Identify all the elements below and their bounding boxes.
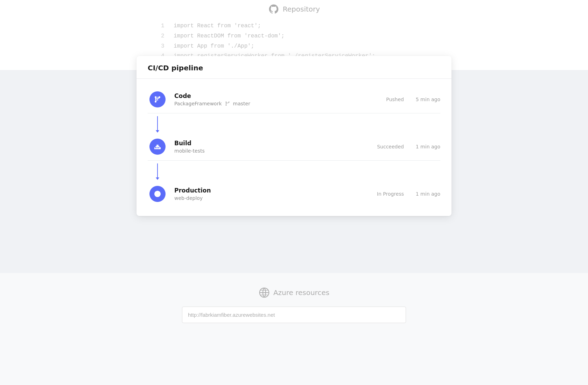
repo-header: Repository	[268, 4, 320, 15]
github-icon	[268, 4, 279, 15]
stage-status-build: Succeeded	[370, 144, 412, 149]
background-bottom: Azure resources	[0, 273, 588, 385]
stage-content-production: Production web-deploy	[167, 187, 370, 201]
azure-icon	[259, 287, 270, 298]
stage-connector-code	[148, 91, 167, 107]
stage-content-code: Code PackageFramework master	[167, 92, 370, 106]
stage-status-code: Pushed	[370, 97, 412, 102]
stage-time-build: 1 min ago	[412, 144, 440, 149]
stage-sub-production: web-deploy	[174, 195, 370, 201]
azure-label: Azure resources	[273, 288, 329, 297]
arrow-container-1	[148, 116, 167, 130]
svg-rect-17	[156, 145, 159, 146]
pipeline-header: CI/CD pipeline	[136, 56, 451, 79]
svg-point-13	[225, 105, 226, 106]
stage-subname-code: PackageFramework	[174, 101, 222, 106]
pipeline-title: CI/CD pipeline	[148, 64, 203, 72]
arrow-head-2	[156, 177, 159, 180]
stage-time-production: 1 min ago	[412, 191, 440, 197]
stage-subname-production: web-deploy	[174, 195, 203, 201]
stage-status-production: In Progress	[370, 191, 412, 197]
arrow-2	[148, 161, 440, 180]
arrow-line-2	[157, 163, 158, 177]
svg-rect-16	[156, 146, 160, 147]
stage-row-production: Production web-deploy In Progress 1 min …	[148, 180, 440, 208]
stage-name-code: Code	[174, 92, 370, 99]
arrow-head-1	[156, 130, 159, 133]
stage-content-build: Build mobile-tests	[167, 140, 370, 154]
stage-sub-code: PackageFramework master	[174, 101, 370, 106]
stage-row-code: Code PackageFramework master Pushed 5 mi…	[148, 86, 440, 113]
stage-name-production: Production	[174, 187, 370, 194]
stage-connector-production	[148, 186, 167, 202]
stage-branch-code: master	[233, 101, 250, 106]
svg-rect-20	[158, 147, 159, 148]
stage-sub-build: mobile-tests	[174, 148, 370, 154]
branch-icon-overlay	[154, 96, 161, 103]
stage-time-code: 5 min ago	[412, 97, 440, 102]
arrow-shaft-1	[157, 116, 158, 130]
stage-subname-build: mobile-tests	[174, 148, 205, 154]
pipeline-body: Code PackageFramework master Pushed 5 mi…	[136, 79, 451, 216]
globe-icon	[154, 190, 161, 198]
svg-rect-18	[155, 147, 156, 148]
stage-name-build: Build	[174, 140, 370, 147]
build-icon	[154, 143, 161, 150]
stage-row-build: Build mobile-tests Succeeded 1 min ago	[148, 133, 440, 161]
arrow-line-1	[157, 116, 158, 130]
svg-rect-19	[156, 147, 158, 148]
branch-icon	[225, 101, 230, 106]
code-stage-icon[interactable]	[149, 91, 166, 107]
azure-url-input[interactable]	[182, 307, 406, 323]
arrow-shaft-2	[157, 163, 158, 177]
stage-connector-build	[148, 139, 167, 155]
code-area: 1import React from 'react'; 2import Reac…	[161, 21, 427, 61]
azure-header: Azure resources	[259, 287, 329, 298]
arrow-container-2	[148, 163, 167, 177]
pipeline-card: CI/CD pipeline	[136, 56, 451, 216]
arrow-1	[148, 113, 440, 133]
build-stage-icon[interactable]	[149, 139, 166, 155]
production-stage-icon[interactable]	[149, 186, 166, 202]
repo-label: Repository	[283, 5, 320, 13]
svg-point-11	[225, 102, 226, 103]
